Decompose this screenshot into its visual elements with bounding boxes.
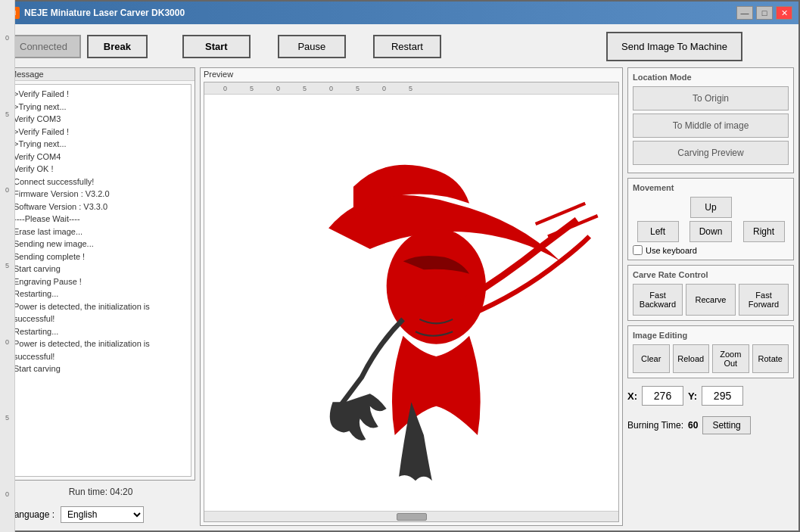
- message-line: Verify COM3: [14, 113, 188, 126]
- y-value: 295: [702, 386, 743, 406]
- svg-point-0: [387, 229, 486, 344]
- right-button[interactable]: Right: [743, 221, 785, 242]
- message-line: Restarting...: [14, 325, 188, 338]
- recarve-button[interactable]: Recarve: [686, 284, 736, 316]
- message-line: Software Version : V3.3.0: [14, 201, 188, 213]
- carving-preview-button[interactable]: Carving Preview: [633, 141, 789, 165]
- runtime-value: 04:20: [110, 487, 132, 497]
- top-toolbar: Connected Break Start Pause Restart Send…: [6, 29, 794, 64]
- down-button[interactable]: Down: [689, 221, 733, 242]
- window-title: NEJE Miniature Laser Carver DK3000: [24, 8, 185, 18]
- keyboard-checkbox[interactable]: [633, 245, 643, 255]
- burning-bar: Burning Time: 60 Setting: [627, 413, 794, 437]
- message-line: Firmware Version : V3.2.0: [14, 188, 188, 201]
- y-label: Y:: [688, 390, 697, 402]
- ruler-horizontal: 0 5 0 5 0 5 0 5: [204, 82, 618, 95]
- carve-rate-group: Carve Rate Control Fast Backward Recarve…: [627, 265, 794, 321]
- message-line: Sending new image...: [14, 238, 188, 250]
- rotate-button[interactable]: Rotate: [752, 344, 789, 373]
- language-label: Language :: [9, 509, 54, 520]
- movement-group: Movement Up Left Down Right Use keyboard: [627, 178, 794, 260]
- location-mode-group: Location Mode To Origin To Middle of ima…: [627, 67, 794, 173]
- keyboard-check-area: Use keyboard: [633, 245, 789, 255]
- movement-title: Movement: [633, 183, 789, 192]
- main-window: N NEJE Miniature Laser Carver DK3000 — □…: [0, 0, 800, 532]
- minimize-button[interactable]: —: [736, 6, 753, 20]
- left-panel: Message >Verify Failed !>Trying next...V…: [6, 67, 195, 526]
- burning-label: Burning Time:: [627, 420, 683, 431]
- break-button[interactable]: Break: [87, 35, 148, 58]
- maximize-button[interactable]: □: [756, 6, 773, 20]
- message-line: >Trying next...: [14, 101, 188, 114]
- message-area[interactable]: >Verify Failed !>Trying next...Verify CO…: [10, 84, 191, 477]
- window-controls: — □ ✕: [736, 6, 792, 20]
- message-line: Verify OK !: [14, 163, 188, 176]
- message-line: Verify COM4: [14, 151, 188, 163]
- message-group: Message >Verify Failed !>Trying next...V…: [6, 67, 195, 481]
- up-button[interactable]: Up: [690, 197, 732, 218]
- settings-button[interactable]: Setting: [702, 416, 750, 434]
- preview-svg: [204, 95, 618, 511]
- image-editing-buttons: Clear Reload Zoom Out Rotate: [633, 344, 789, 373]
- restart-button[interactable]: Restart: [373, 35, 441, 58]
- title-bar-left: N NEJE Miniature Laser Carver DK3000: [8, 7, 185, 19]
- left-button[interactable]: Left: [637, 221, 679, 242]
- message-line: Sending complete !: [14, 250, 188, 263]
- message-line: Start carving: [14, 263, 188, 275]
- carve-rate-buttons: Fast Backward Recarve Fast Forward: [633, 284, 789, 316]
- message-line: Connect successfully!: [14, 176, 188, 188]
- movement-grid: Up Left Down Right: [633, 197, 789, 242]
- carve-rate-title: Carve Rate Control: [633, 270, 789, 279]
- send-image-button[interactable]: Send Image To Machine: [606, 32, 742, 61]
- right-panel: Location Mode To Origin To Middle of ima…: [627, 67, 794, 526]
- clear-button[interactable]: Clear: [633, 344, 670, 373]
- message-line: Restarting...: [14, 288, 188, 300]
- connected-button[interactable]: Connected: [6, 35, 81, 58]
- reload-button[interactable]: Reload: [673, 344, 710, 373]
- x-value: 276: [642, 386, 683, 406]
- preview-group: Preview 0 5 0 5 0 5 0 5: [200, 67, 623, 526]
- horizontal-scrollbar[interactable]: [204, 511, 618, 521]
- to-origin-button[interactable]: To Origin: [633, 86, 789, 110]
- message-line: Engraving Pause !: [14, 275, 188, 288]
- runtime-label: Run time:: [69, 487, 107, 497]
- close-button[interactable]: ✕: [776, 6, 792, 20]
- runtime-bar: Run time: 04:20: [6, 484, 195, 500]
- preview-inner: 0 5 0 5 0 5 0: [204, 95, 618, 511]
- burning-value: 60: [688, 420, 698, 431]
- fast-forward-button[interactable]: Fast Forward: [739, 284, 789, 316]
- message-line: Start carving: [14, 362, 188, 375]
- zoom-out-button[interactable]: Zoom Out: [712, 344, 749, 373]
- message-line: ----Please Wait----: [14, 213, 188, 226]
- fast-backward-button[interactable]: Fast Backward: [633, 284, 683, 316]
- image-editing-title: Image Editing: [633, 331, 789, 340]
- preview-label: Preview: [201, 68, 622, 80]
- preview-canvas: [204, 95, 618, 511]
- message-line: >Verify Failed !: [14, 88, 188, 101]
- preview-wrapper: 0 5 0 5 0 5 0 5 0: [204, 82, 619, 522]
- title-bar: N NEJE Miniature Laser Carver DK3000 — □…: [2, 2, 798, 24]
- message-line: Erase last image...: [14, 226, 188, 238]
- message-line: >Trying next...: [14, 138, 188, 151]
- svg-line-1: [536, 204, 586, 224]
- pause-button[interactable]: Pause: [278, 35, 346, 58]
- location-mode-title: Location Mode: [633, 73, 789, 82]
- coordinates-bar: X: 276 Y: 295: [627, 383, 794, 409]
- content-area: Connected Break Start Pause Restart Send…: [2, 24, 798, 530]
- language-bar: Language : EnglishChineseSpanishFrenchGe…: [6, 503, 195, 526]
- language-select[interactable]: EnglishChineseSpanishFrenchGerman: [61, 506, 144, 523]
- message-line: Power is detected, the initialization is…: [14, 300, 188, 325]
- x-label: X:: [627, 390, 637, 402]
- message-line: >Verify Failed !: [14, 126, 188, 138]
- message-line: Power is detected, the initialization is…: [14, 338, 188, 362]
- main-area: Message >Verify Failed !>Trying next...V…: [6, 67, 794, 526]
- start-button[interactable]: Start: [182, 35, 251, 58]
- keyboard-label: Use keyboard: [646, 246, 697, 255]
- center-panel: Preview 0 5 0 5 0 5 0 5: [200, 67, 623, 526]
- scroll-thumb-h[interactable]: [397, 513, 427, 521]
- to-middle-button[interactable]: To Middle of image: [633, 114, 789, 138]
- image-editing-group: Image Editing Clear Reload Zoom Out Rota…: [627, 325, 794, 378]
- message-group-label: Message: [7, 68, 195, 81]
